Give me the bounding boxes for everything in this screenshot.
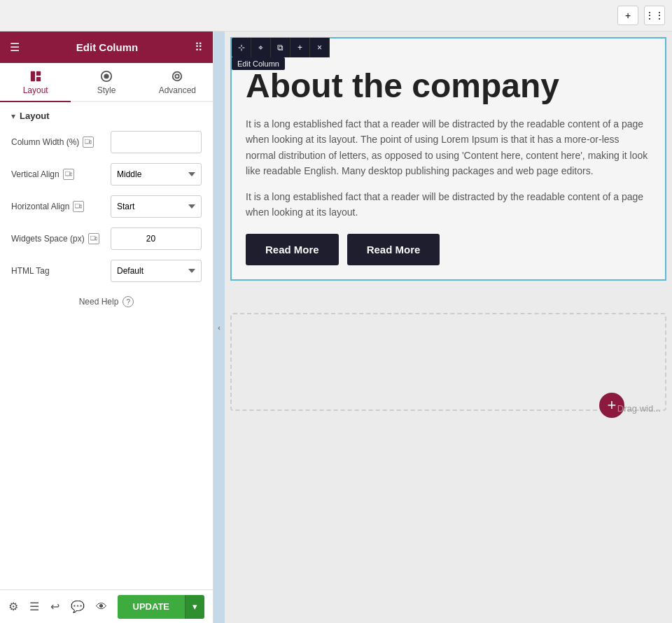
svg-rect-9 — [75, 204, 80, 208]
top-bar: + ⋮⋮ — [0, 0, 672, 31]
column-width-row: Column Width (%) — [11, 131, 202, 153]
panel-header: ☰ Edit Column ⠿ — [0, 31, 213, 63]
plus-icon: + — [625, 10, 631, 21]
svg-rect-2 — [36, 77, 41, 81]
horizontal-align-label: Horizontal Align — [11, 201, 111, 212]
collapse-icon: ‹ — [218, 323, 220, 332]
html-tag-row: HTML Tag Default div section article — [11, 260, 202, 282]
svg-rect-8 — [70, 173, 72, 176]
content-area: ⊹ ⌖ ⧉ + × Edit Column About the company — [225, 31, 672, 623]
grid-icon-top: ⋮⋮ — [645, 10, 664, 21]
copy-icon: ⧉ — [277, 43, 284, 52]
grid-menu-top-button[interactable]: ⋮⋮ — [644, 6, 665, 25]
column-move-button[interactable]: ⊹ — [232, 38, 251, 57]
tab-layout-label: Layout — [23, 85, 48, 95]
column-cursor-button[interactable]: ⌖ — [251, 38, 271, 57]
html-tag-select[interactable]: Default div section article — [111, 260, 202, 282]
layers-icon[interactable]: ☰ — [29, 600, 39, 613]
vertical-align-select[interactable]: Top Middle Bottom — [111, 163, 202, 186]
content-body-2: It is a long established fact that a rea… — [246, 189, 651, 220]
bottom-toolbar: ⚙ ☰ ↩ 💬 👁 UPDATE ▾ — [0, 589, 213, 623]
need-help-section: Need Help ? — [11, 296, 202, 307]
svg-rect-11 — [90, 236, 95, 240]
column-add-button[interactable]: + — [290, 38, 310, 57]
horizontal-align-select[interactable]: Start Center End — [111, 195, 202, 218]
svg-rect-12 — [95, 237, 97, 240]
svg-rect-7 — [65, 172, 70, 176]
update-button-group: UPDATE ▾ — [118, 595, 204, 619]
chevron-icon: ▾ — [11, 111, 15, 121]
canvas-section-1: ⊹ ⌖ ⧉ + × Edit Column About the company — [230, 37, 666, 281]
canvas-section-2: + Drag wid... — [230, 292, 666, 432]
panel-title: Edit Column — [76, 41, 138, 53]
cursor-icon: ⌖ — [258, 43, 263, 52]
tab-layout[interactable]: Layout — [0, 63, 71, 102]
bottom-left-icons: ⚙ ☰ ↩ 💬 👁 — [8, 600, 107, 613]
panel-body: ▾ Layout Column Width (%) Vertical Align — [0, 102, 213, 589]
style-tab-icon — [100, 70, 113, 83]
layout-section-title: Layout — [20, 111, 50, 121]
advanced-tab-icon — [171, 70, 183, 83]
vertical-align-label: Vertical Align — [11, 169, 111, 180]
column-width-input[interactable] — [111, 131, 202, 153]
svg-rect-6 — [90, 141, 92, 144]
widgets-space-input[interactable] — [111, 227, 202, 250]
update-arrow-button[interactable]: ▾ — [185, 595, 204, 619]
svg-rect-10 — [80, 205, 82, 208]
widgets-space-row: Widgets Space (px) — [11, 227, 202, 250]
layout-section-header: ▾ Layout — [11, 111, 202, 121]
collapse-handle[interactable]: ‹ — [214, 31, 225, 623]
panel-tabs: Layout Style Advanced — [0, 63, 213, 102]
svg-rect-5 — [85, 139, 90, 144]
grid-menu-icon[interactable]: ⠿ — [195, 41, 203, 54]
update-button[interactable]: UPDATE — [118, 595, 185, 619]
read-more-button-2[interactable]: Read More — [347, 234, 440, 265]
comments-icon[interactable]: 💬 — [71, 600, 85, 613]
drag-drop-zone — [230, 313, 666, 411]
move-icon: ⊹ — [238, 43, 245, 52]
buttons-row: Read More Read More — [246, 234, 651, 265]
svg-rect-1 — [36, 71, 41, 76]
read-more-button-1[interactable]: Read More — [246, 234, 339, 265]
preview-icon[interactable]: 👁 — [96, 601, 107, 613]
responsive-icon — [83, 136, 94, 148]
settings-icon[interactable]: ⚙ — [8, 600, 18, 613]
main-layout: ☰ Edit Column ⠿ Layout Style — [0, 31, 672, 623]
svg-point-4 — [104, 74, 108, 78]
column-content: About the company It is a long establish… — [232, 38, 665, 279]
left-panel: ☰ Edit Column ⠿ Layout Style — [0, 31, 214, 623]
column-close-button[interactable]: × — [310, 38, 330, 57]
add-section-top-button[interactable]: + — [617, 6, 638, 25]
widgets-space-label: Widgets Space (px) — [11, 233, 111, 244]
responsive-icon-ws — [88, 233, 99, 244]
undo-icon[interactable]: ↩ — [50, 600, 59, 613]
html-tag-label: HTML Tag — [11, 266, 111, 276]
horizontal-align-row: Horizontal Align Start Center End — [11, 195, 202, 218]
drag-widget-label: Drag wid... — [617, 403, 661, 414]
column-width-label: Column Width (%) — [11, 136, 111, 148]
vertical-align-row: Vertical Align Top Middle Bottom — [11, 163, 202, 186]
svg-rect-0 — [30, 71, 34, 81]
tab-style[interactable]: Style — [71, 63, 141, 102]
layout-tab-icon — [29, 70, 42, 83]
top-bar-icons: + ⋮⋮ — [617, 6, 665, 25]
add-icon: + — [298, 43, 302, 52]
content-title: About the company — [246, 66, 651, 105]
responsive-icon-ha — [73, 201, 84, 212]
hamburger-icon[interactable]: ☰ — [10, 41, 20, 54]
close-icon: × — [317, 43, 322, 52]
column-tooltip: Edit Column — [232, 57, 285, 70]
responsive-icon-va — [63, 169, 74, 180]
add-widget-icon: + — [608, 396, 617, 414]
tab-style-label: Style — [97, 85, 116, 95]
column-copy-button[interactable]: ⧉ — [271, 38, 290, 57]
column-toolbar: ⊹ ⌖ ⧉ + × Edit Column — [232, 38, 330, 57]
help-circle-icon[interactable]: ? — [122, 296, 134, 307]
tab-advanced-label: Advanced — [159, 85, 196, 95]
content-body-1: It is a long established fact that a rea… — [246, 116, 651, 179]
tab-advanced[interactable]: Advanced — [142, 63, 213, 102]
need-help-text: Need Help — [79, 297, 119, 307]
